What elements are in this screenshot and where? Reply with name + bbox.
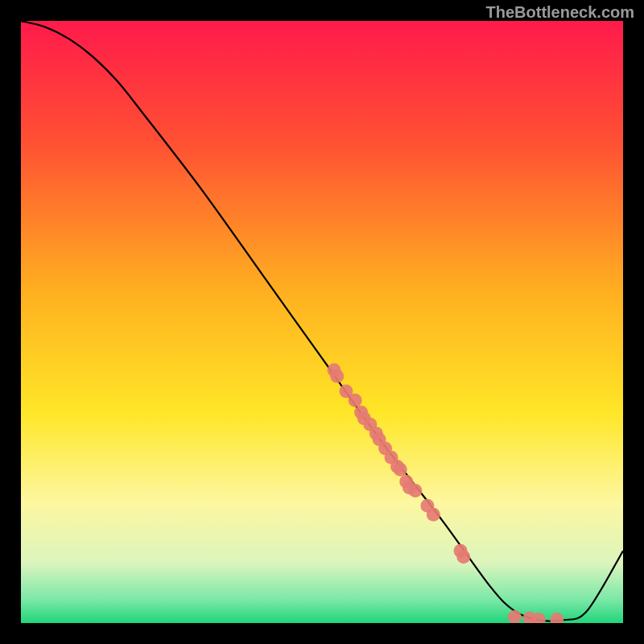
data-point: [349, 394, 362, 407]
data-point: [330, 369, 344, 383]
data-point: [394, 463, 407, 477]
chart-svg: [21, 21, 623, 623]
data-point: [456, 550, 470, 564]
bottleneck-chart: [21, 21, 623, 623]
data-point: [427, 508, 440, 522]
attribution-text: TheBottleneck.com: [486, 3, 634, 22]
gradient-background: [21, 21, 623, 623]
data-point: [408, 484, 422, 497]
